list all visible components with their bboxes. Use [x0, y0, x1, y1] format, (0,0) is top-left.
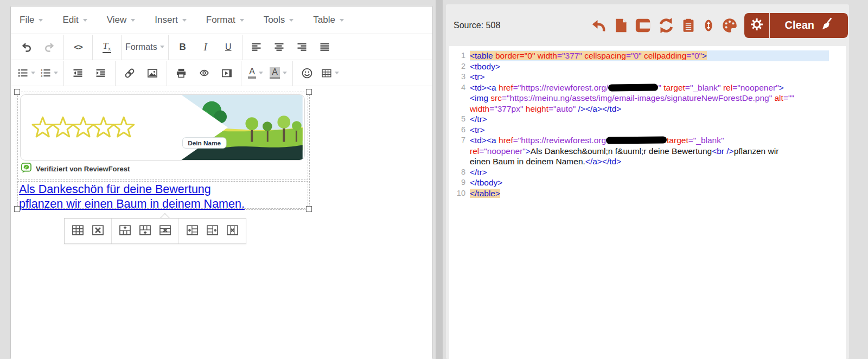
rich-text-editor: FileEditViewInsertFormatToolsTable <>TxF…: [10, 6, 433, 359]
editor-toolbar-row2: 123AA: [11, 60, 432, 86]
removeformat-icon: Tx: [103, 41, 112, 53]
code-string: ="_blank": [685, 83, 721, 92]
preview-button[interactable]: [193, 62, 215, 84]
code-line-text: </table>: [470, 188, 829, 199]
bold-icon: B: [180, 42, 186, 53]
code-string: ="377px": [489, 104, 523, 113]
menu-tools[interactable]: Tools: [264, 15, 294, 25]
table-icon: [321, 68, 332, 78]
editor-content-area[interactable]: Dein Name Verifiziert von ReviewForest A…: [11, 86, 432, 359]
indent-button[interactable]: [90, 62, 112, 84]
resize-vertical-icon[interactable]: [703, 17, 714, 34]
resize-handle-bottom-left[interactable]: [14, 206, 20, 212]
insert-column-before-icon: [186, 225, 199, 238]
bullet-list-button[interactable]: [15, 62, 38, 84]
resize-handle-bottom-right[interactable]: [306, 206, 312, 212]
insert-column-after-button[interactable]: [202, 221, 222, 241]
signature-image[interactable]: Dein Name: [20, 94, 305, 161]
formats-button[interactable]: Formats: [124, 36, 165, 58]
undo-icon[interactable]: [590, 17, 607, 34]
link-button[interactable]: [118, 62, 141, 84]
insert-row-after-button[interactable]: [135, 221, 155, 241]
line-number: 8: [449, 167, 465, 178]
code-string: ="auto": [548, 104, 576, 113]
line-number: 3: [449, 72, 465, 82]
menu-view[interactable]: View: [107, 15, 136, 25]
chevron-down-icon: [83, 19, 87, 22]
redo-icon: [44, 42, 55, 53]
code-tag: >: [779, 83, 784, 92]
code-attribute: target: [667, 136, 688, 145]
background-color-button[interactable]: A: [267, 62, 290, 84]
insert-row-before-button[interactable]: [115, 221, 135, 241]
resize-handle-top-right[interactable]: [306, 89, 312, 95]
menu-insert[interactable]: Insert: [155, 15, 187, 25]
line-number: 4: [449, 82, 465, 93]
emoticons-icon: [302, 68, 312, 79]
image-button[interactable]: [141, 62, 164, 84]
code-attribute: height: [523, 104, 548, 113]
align-justify-icon: [320, 43, 330, 51]
redaction-mark: [608, 84, 658, 91]
bold-button[interactable]: B: [171, 36, 194, 58]
code-string: ="0": [626, 51, 642, 60]
media-button[interactable]: [215, 62, 238, 84]
toolbar-separator: [292, 61, 293, 86]
code-tag: <img: [470, 93, 488, 102]
menu-edit[interactable]: Edit: [62, 15, 87, 25]
link-line-2[interactable]: pflanzen wir einen Baum in deinem Namen.: [19, 197, 245, 211]
insert-column-before-button[interactable]: [182, 221, 202, 241]
code-line-text: <tbody>: [470, 61, 829, 72]
panel-divider[interactable]: [436, 0, 443, 359]
table-button[interactable]: [318, 62, 341, 84]
palette-icon[interactable]: [722, 17, 738, 34]
clean-button[interactable]: Clean: [770, 13, 848, 38]
table-properties-button[interactable]: [68, 221, 88, 241]
signature-link-text[interactable]: Als Dankeschön für deine Bewertung pflan…: [19, 182, 245, 211]
toolbar-separator: [92, 35, 93, 60]
resize-handle-top-left[interactable]: [14, 89, 20, 95]
swap-icon[interactable]: [658, 17, 674, 34]
chevron-down-icon: [131, 19, 135, 22]
outdent-icon: [73, 69, 84, 77]
delete-column-button[interactable]: [222, 221, 242, 241]
outdent-button[interactable]: [67, 62, 90, 84]
underline-button[interactable]: U: [217, 36, 240, 58]
menu-insert-label: Insert: [155, 15, 178, 25]
code-string: ="0": [686, 51, 702, 60]
menu-format[interactable]: Format: [206, 15, 244, 25]
removeformat-button[interactable]: Tx: [95, 36, 118, 58]
emoticons-button[interactable]: [296, 62, 318, 84]
text-color-button[interactable]: A: [244, 62, 267, 84]
align-right-button[interactable]: [291, 36, 314, 58]
italic-button[interactable]: I: [194, 36, 217, 58]
code-line: 8</tr>: [449, 167, 846, 178]
menu-tools-label: Tools: [264, 15, 285, 25]
align-left-button[interactable]: [246, 36, 269, 58]
menu-file[interactable]: File: [20, 15, 43, 25]
chevron-down-icon: [335, 72, 339, 74]
code-string: ="https://reviewforest.org/: [513, 83, 609, 92]
table-toolbar-group: [178, 219, 246, 243]
clipboard-icon[interactable]: [681, 17, 695, 34]
undo-button[interactable]: [15, 36, 38, 58]
source-size-label: Source: 508: [454, 21, 500, 30]
print-button[interactable]: [170, 62, 193, 84]
delete-table-button[interactable]: [88, 221, 108, 241]
redo-button: [38, 36, 61, 58]
delete-row-button[interactable]: [155, 221, 175, 241]
insert-column-after-icon: [206, 225, 219, 238]
copy-icon[interactable]: [635, 17, 651, 34]
link-line-1[interactable]: Als Dankeschön für deine Bewertung: [19, 182, 245, 197]
align-justify-button[interactable]: [314, 36, 337, 58]
code-string: ="https://reviewforest.org: [513, 136, 606, 145]
code-string: ="https://meinu.ng/assets/img/email-imag…: [502, 93, 772, 102]
source-code-editor[interactable]: 1<table border="0" width="377" cellspaci…: [449, 46, 846, 359]
code-button[interactable]: <>: [67, 36, 90, 58]
new-document-icon[interactable]: [614, 17, 628, 34]
code-tag: <tr>: [470, 72, 485, 81]
numbered-list-button[interactable]: 123: [38, 62, 61, 84]
align-center-button[interactable]: [269, 36, 291, 58]
menu-table[interactable]: Table: [313, 15, 344, 25]
settings-button[interactable]: [744, 13, 770, 38]
